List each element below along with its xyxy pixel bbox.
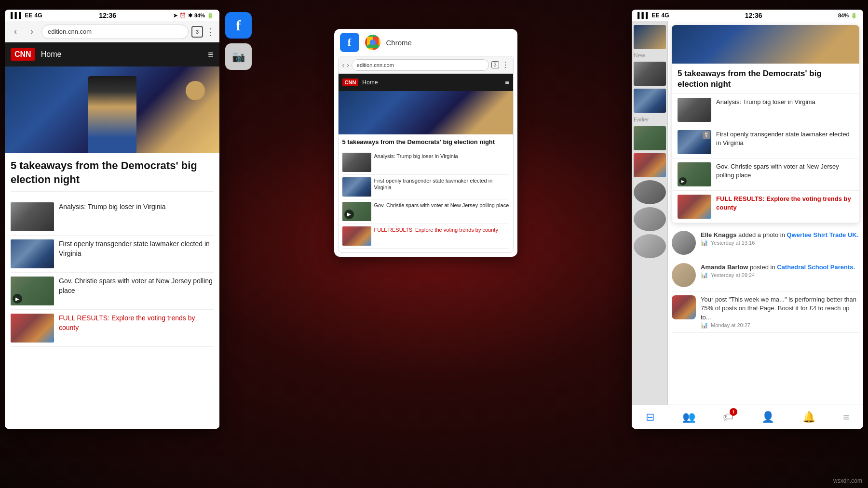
news-item-trans[interactable]: First openly transgender state lawmaker … <box>11 236 214 273</box>
cnn-header-left: CNN Home ≡ <box>5 42 219 66</box>
fb-action-amanda: posted in <box>750 264 777 271</box>
fb-time-row-elle: 📊 Yesterday at 13:16 <box>701 239 858 246</box>
fb-notif-text-elle: Elle Knaggs added a photo in Qwertee Shi… <box>701 231 858 246</box>
hamburger-menu[interactable]: ≡ <box>208 49 214 60</box>
mini-play-icon: ▶ <box>344 210 354 219</box>
more-button[interactable]: ⋮ <box>206 26 216 38</box>
fb-avatar-amanda <box>672 263 696 287</box>
mini-news-item-results[interactable]: FULL RESULTS: Explore the voting trends … <box>342 224 509 249</box>
right-news-trump[interactable]: Analysis: Trump big loser in Virginia <box>672 94 859 126</box>
back-button[interactable]: ‹ <box>9 25 22 39</box>
mini-url-bar[interactable]: edition.cnn.com <box>352 59 489 71</box>
right-hero-image <box>672 25 859 64</box>
fb-nav-friends[interactable]: 👥 <box>682 411 695 423</box>
status-carrier-right: ▌▌▌ EE 4G <box>637 12 669 19</box>
mini-cnn-header: CNN Home ≡ <box>339 74 513 91</box>
sidebar-christie-thumb <box>634 126 666 150</box>
main-headline[interactable]: 5 takeaways from the Democrats' big elec… <box>11 159 214 192</box>
mini-tab-count[interactable]: 3 <box>491 61 499 68</box>
mini-text-results: FULL RESULTS: Explore the voting trends … <box>374 226 498 233</box>
status-right: ➤ ⏰ ✱ 84% 🔋 <box>173 13 214 19</box>
fb-nav-menu[interactable]: ≡ <box>843 411 849 423</box>
chrome-label: Chrome <box>386 39 412 47</box>
sidebar-fb-thumb3 <box>634 234 666 258</box>
fb-notif-elle[interactable]: Elle Knaggs added a photo in Qwertee Shi… <box>672 227 859 259</box>
url-bar[interactable]: edition.cnn.com <box>41 25 189 39</box>
mini-url-text: edition.cnn.com <box>357 62 394 68</box>
mini-main-headline[interactable]: 5 takeaways from the Democrats' big elec… <box>342 138 509 146</box>
mini-news-item-trans[interactable]: First openly transgender state lawmaker … <box>342 175 509 199</box>
tab-count[interactable]: 3 <box>191 26 203 38</box>
signal-icon: ▌▌▌ <box>11 12 23 19</box>
mini-cnn-logo: CNN <box>342 79 359 86</box>
mini-thumb-trans <box>342 177 371 197</box>
status-bar-right: ▌▌▌ EE 4G 12:36 84% 🔋 <box>632 10 863 21</box>
camera-app-icon-left[interactable]: 📷 <box>225 43 252 70</box>
thumb-trump <box>11 202 54 231</box>
news-content-left: 5 takeaways from the Democrats' big elec… <box>5 153 219 429</box>
battery-label-right: 84% <box>838 13 849 18</box>
battery-icon: 🔋 <box>207 13 214 19</box>
right-text-christie: Gov. Christie spars with voter at New Je… <box>716 162 854 180</box>
location-icon: ➤ <box>173 13 177 19</box>
fb-time-row-amanda: 📊 Yesterday at 09:24 <box>701 272 855 278</box>
right-thumb-results <box>678 195 711 219</box>
fb-bottom-nav: ⊟ 👥 🏷 1 👤 🔔 ≡ <box>632 405 863 429</box>
chrome-switcher-header: f Chrome <box>334 29 517 56</box>
thumb-trans <box>11 239 54 268</box>
news-text-trump: Analysis: Trump big loser in Virginia <box>59 202 214 212</box>
mini-thumb-christie: ▶ <box>342 202 371 221</box>
mini-news-item-christie[interactable]: ▶ Gov. Christie spars with voter at New … <box>342 199 509 224</box>
mini-browser-bar: ‹ › edition.cnn.com 3 ⋮ <box>339 56 513 74</box>
right-thumb-christie: ▶ <box>678 162 711 186</box>
mini-text-trans: First openly transgender state lawmaker … <box>374 177 509 191</box>
mini-news-item-trump[interactable]: Analysis: Trump big loser in Virginia <box>342 150 509 175</box>
news-text-trans: First openly transgender state lawmaker … <box>59 239 214 258</box>
fb-target-elle: Qwertee Shirt Trade UK. <box>787 231 859 238</box>
news-item-results[interactable]: FULL RESULTS: Explore the voting trends … <box>11 310 214 347</box>
forward-button[interactable]: › <box>25 25 39 39</box>
cnn-card-right: 5 takeaways from the Democrats' big elec… <box>672 25 859 223</box>
mini-fwd-btn[interactable]: › <box>347 61 349 69</box>
fb-notif-boost[interactable]: Your post "This week we ma..." is perfor… <box>672 291 859 333</box>
facebook-app-icon-left[interactable]: f <box>225 12 252 39</box>
right-news-trans[interactable]: ⚧ First openly transgender state lawmake… <box>672 126 859 158</box>
fb-icon-switcher: f <box>340 33 359 52</box>
mini-text-trump: Analysis: Trump big loser in Virginia <box>374 153 458 159</box>
news-item-christie[interactable]: ▶ Gov. Christie spars with voter at New … <box>11 273 214 310</box>
news-item-trump[interactable]: Analysis: Trump big loser in Virginia <box>11 198 214 236</box>
fb-nav-notifications[interactable]: 🔔 <box>802 411 815 423</box>
thumb-christie: ▶ <box>11 277 54 305</box>
sidebar-fb-thumb2 <box>634 207 666 231</box>
mini-thumb-results <box>342 226 371 246</box>
chrome-switcher: f Chrome ‹ › edition.cnn.com 3 ⋮ CNN Hom… <box>334 29 517 257</box>
mini-more-btn[interactable]: ⋮ <box>502 60 509 69</box>
fb-target-amanda: Cathedral School Parents. <box>777 264 855 271</box>
status-bar-left: ▌▌▌ EE 4G 12:36 ➤ ⏰ ✱ 84% 🔋 <box>5 10 219 21</box>
sidebar-trump-thumb <box>634 62 666 86</box>
status-right-right: 84% 🔋 <box>838 13 857 19</box>
mini-browser[interactable]: ‹ › edition.cnn.com 3 ⋮ CNN Home ≡ 5 tak… <box>338 56 514 253</box>
battery-icon-right: 🔋 <box>851 13 857 19</box>
mini-back-btn[interactable]: ‹ <box>342 61 345 69</box>
fb-nav-home[interactable]: ⊟ <box>646 411 654 423</box>
chrome-inner <box>370 40 376 45</box>
mini-hamburger[interactable]: ≡ <box>505 79 509 86</box>
right-news-results[interactable]: FULL RESULTS: Explore the voting trends … <box>672 191 859 223</box>
fb-user-amanda: Amanda Barlow <box>701 264 748 271</box>
right-text-trans: First openly transgender state lawmaker … <box>716 130 854 147</box>
cnn-nav-title[interactable]: Home <box>41 50 208 59</box>
right-thumb-trump <box>678 98 711 122</box>
carrier-label: EE <box>25 12 33 19</box>
mini-hero-image <box>339 91 513 134</box>
right-main-headline[interactable]: 5 takeaways from the Democrats' big elec… <box>672 64 859 94</box>
middle-section: f 📷 f Chrome ‹ › edition.cnn.com 3 ⋮ <box>219 0 632 488</box>
url-text: edition.cnn.com <box>48 28 92 35</box>
phone-left: ▌▌▌ EE 4G 12:36 ➤ ⏰ ✱ 84% 🔋 ‹ › edition.… <box>5 10 219 429</box>
fb-notif-amanda[interactable]: Amanda Barlow posted in Cathedral School… <box>672 259 859 291</box>
fb-nav-profile[interactable]: 👤 <box>761 411 774 423</box>
fb-nav-groups[interactable]: 🏷 1 <box>723 411 733 423</box>
phone-right: ▌▌▌ EE 4G 12:36 84% 🔋 New Earlier <box>632 10 863 429</box>
right-news-christie[interactable]: ▶ Gov. Christie spars with voter at New … <box>672 158 859 191</box>
fb-notif-text-boost: Your post "This week we ma..." is perfor… <box>701 295 859 329</box>
